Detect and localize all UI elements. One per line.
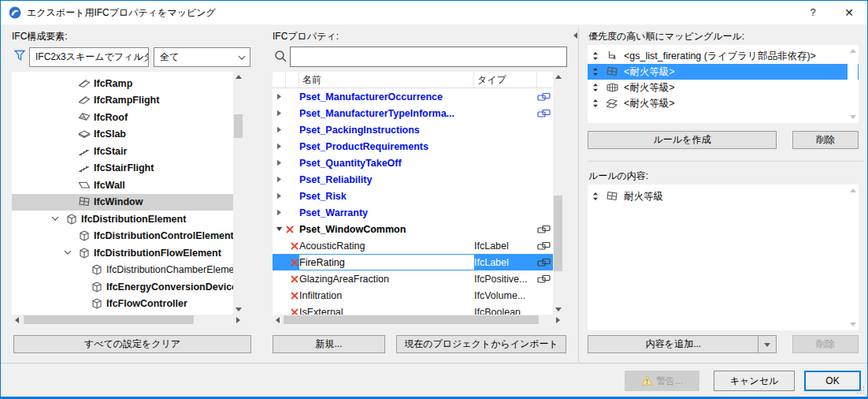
scrollbar-thumb[interactable]: [554, 196, 562, 271]
expander-cell[interactable]: [273, 155, 286, 171]
expander-closed-icon[interactable]: [276, 126, 282, 133]
contents-vertical-scrollbar[interactable]: [848, 185, 858, 330]
clear-all-settings-button[interactable]: すべての設定をクリア: [13, 335, 251, 353]
tree-item[interactable]: IfcSlab: [12, 126, 243, 144]
add-content-button[interactable]: 内容を追加...: [588, 335, 777, 353]
reorder-icon[interactable]: [592, 192, 603, 201]
property-row[interactable]: Pset_PackingInstructions: [273, 121, 553, 138]
tree-item[interactable]: IfcRampFlight: [12, 92, 243, 110]
mapping-rule-item[interactable]: <耐火等級>: [588, 64, 859, 80]
property-horizontal-scrollbar[interactable]: [273, 315, 563, 325]
property-row[interactable]: Pset_Warranty: [273, 204, 553, 221]
property-row[interactable]: IsExternalIfcBoolean: [273, 304, 553, 315]
rules-vertical-scrollbar[interactable]: [848, 46, 858, 122]
property-row[interactable]: FireRatingIfcLabel: [273, 254, 553, 270]
expander-closed-icon[interactable]: [276, 192, 282, 200]
tree-item[interactable]: IfcRamp: [12, 75, 243, 92]
expander-cell[interactable]: [273, 221, 286, 237]
scroll-left-arrow[interactable]: [12, 315, 22, 325]
mapping-rule-item[interactable]: <耐火等級>: [588, 80, 859, 95]
tree-item[interactable]: IfcWindow: [12, 194, 243, 211]
tree-item[interactable]: IfcFlowController: [12, 296, 243, 313]
property-row[interactable]: InfiltrationIfcVolume...: [273, 287, 553, 304]
scroll-down-arrow[interactable]: [233, 304, 243, 315]
tree-item[interactable]: IfcStairFlight: [12, 160, 243, 177]
reorder-icon[interactable]: [592, 99, 603, 108]
scroll-up-arrow[interactable]: [233, 72, 243, 82]
chevron-down-icon[interactable]: [64, 250, 76, 255]
tree-item[interactable]: IfcRoof: [12, 109, 243, 126]
scroll-left-arrow[interactable]: [273, 315, 283, 325]
expander-cell[interactable]: [273, 171, 286, 188]
reorder-icon[interactable]: [592, 83, 603, 92]
chevron-down-icon[interactable]: [51, 216, 64, 222]
expander-cell[interactable]: [273, 138, 286, 155]
help-button[interactable]: ?: [801, 1, 825, 24]
property-row[interactable]: Pset_QuantityTakeOff: [273, 155, 553, 171]
expander-cell[interactable]: [273, 188, 286, 204]
tree-item[interactable]: IfcDistributionChamberElement: [12, 262, 243, 279]
scroll-up-arrow[interactable]: [553, 72, 563, 82]
type-filter-dropdown[interactable]: 全て: [154, 47, 250, 67]
warning-button[interactable]: 警告...: [625, 371, 699, 391]
expander-cell[interactable]: [273, 204, 286, 221]
import-from-project-button[interactable]: 現在のプロジェクトからインポート: [396, 335, 566, 353]
schema-filter-dropdown[interactable]: IFC2x3スキームでフィルタ: [29, 47, 149, 67]
tree-horizontal-scrollbar[interactable]: [12, 315, 243, 325]
property-row[interactable]: AcousticRatingIfcLabel: [273, 237, 553, 254]
expander-closed-icon[interactable]: [276, 159, 282, 166]
create-rule-button[interactable]: ルールを作成: [588, 131, 777, 149]
delete-rule-button[interactable]: 削除: [792, 131, 859, 149]
expander-closed-icon[interactable]: [276, 209, 282, 216]
mapping-rule-item[interactable]: <耐火等級>: [588, 95, 859, 111]
property-row[interactable]: Pset_ProductRequirements: [273, 138, 553, 155]
scroll-up-arrow[interactable]: [848, 46, 858, 56]
scrollbar-thumb[interactable]: [284, 315, 539, 324]
expander-cell[interactable]: [273, 88, 286, 105]
scroll-down-arrow[interactable]: [848, 319, 858, 330]
rule-content-item[interactable]: 耐火等級: [588, 188, 859, 204]
close-button[interactable]: ✕: [834, 1, 864, 24]
tree-item[interactable]: IfcDistributionElement: [12, 211, 243, 228]
expander-closed-icon[interactable]: [276, 176, 282, 183]
property-search-input[interactable]: [290, 47, 567, 67]
ok-button[interactable]: OK: [804, 371, 861, 391]
collapse-panel-arrow-icon[interactable]: [573, 32, 577, 39]
expander-cell[interactable]: [273, 105, 286, 121]
property-row[interactable]: Pset_ManufacturerTypeInforma...: [273, 105, 553, 121]
new-property-button[interactable]: 新規...: [273, 335, 385, 353]
add-content-dropdown-arrow[interactable]: [758, 336, 776, 352]
scroll-up-arrow[interactable]: [848, 185, 858, 196]
property-row[interactable]: Pset_ManufacturerOccurrence: [273, 88, 553, 105]
scroll-down-arrow[interactable]: [553, 304, 563, 315]
mapping-rules-list: <gs_list_firerating (ライブラリ部品非依存)><耐火等級><…: [588, 45, 859, 123]
scroll-right-arrow[interactable]: [553, 315, 563, 325]
property-row[interactable]: Pset_WindowCommon: [273, 221, 553, 237]
tree-item[interactable]: IfcStair: [12, 143, 243, 160]
tree-item[interactable]: IfcEnergyConversionDevice: [12, 278, 243, 296]
property-row[interactable]: Pset_Risk: [273, 188, 553, 204]
reorder-icon[interactable]: [592, 51, 603, 61]
tree-item[interactable]: IfcDistributionControlElement: [12, 228, 243, 245]
expander-cell[interactable]: [273, 121, 286, 138]
delete-content-button[interactable]: 削除: [792, 335, 859, 353]
scroll-down-arrow[interactable]: [848, 112, 858, 122]
expander-closed-icon[interactable]: [276, 143, 282, 150]
tree-item[interactable]: IfcDistributionFlowElement: [12, 244, 243, 262]
scroll-right-arrow[interactable]: [233, 315, 243, 325]
window-icon: [606, 65, 620, 78]
property-row[interactable]: Pset_Reliability: [273, 171, 553, 188]
mapping-rule-item[interactable]: <gs_list_firerating (ライブラリ部品非依存)>: [588, 48, 859, 64]
property-row[interactable]: GlazingAreaFractionIfcPositive...: [273, 270, 553, 287]
expander-closed-icon[interactable]: [276, 110, 282, 117]
property-name-edit-field[interactable]: FireRating: [299, 255, 474, 270]
scrollbar-thumb[interactable]: [24, 315, 194, 324]
reorder-icon[interactable]: [592, 67, 603, 76]
cancel-button[interactable]: キャンセル: [714, 371, 795, 391]
property-vertical-scrollbar[interactable]: [553, 72, 563, 315]
scrollbar-thumb[interactable]: [234, 114, 243, 138]
tree-vertical-scrollbar[interactable]: [233, 72, 243, 315]
expander-closed-icon[interactable]: [276, 93, 282, 100]
expander-open-icon[interactable]: [276, 226, 283, 232]
tree-item[interactable]: IfcWall: [12, 177, 243, 194]
